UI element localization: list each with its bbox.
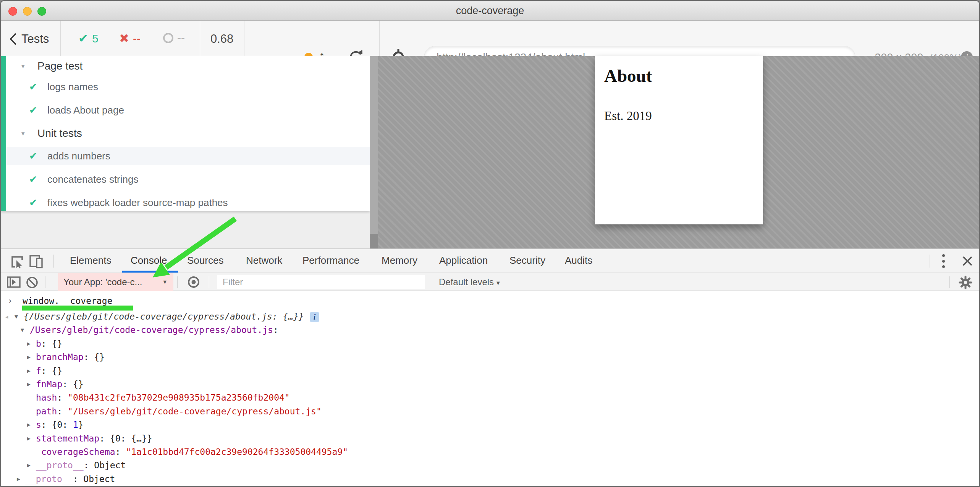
inspect-cursor-icon: [11, 255, 24, 268]
tab-console[interactable]: Console: [131, 255, 167, 266]
tab-elements[interactable]: Elements: [70, 255, 111, 266]
console-object-row: ▶s: {0: 1}: [1, 418, 979, 432]
test-item-row[interactable]: ✔fixes webpack loader source-map pathes: [6, 193, 370, 212]
console-text-segment: /Users/gleb/git/code-coverage/cypress/ab…: [30, 325, 273, 335]
back-to-tests-button[interactable]: Tests: [9, 31, 49, 47]
devtools-close-button[interactable]: [962, 255, 973, 268]
return-value-icon: ◂: [5, 310, 9, 323]
device-toolbar-button[interactable]: [29, 255, 44, 270]
tree-expander-open-icon[interactable]: ▼: [21, 323, 24, 337]
tree-expander-closed-icon[interactable]: ▶: [27, 378, 31, 391]
tab-performance[interactable]: Performance: [302, 255, 359, 266]
console-object-row: ▶fnMap: {}: [1, 378, 979, 391]
clear-console-button[interactable]: [26, 276, 38, 290]
tree-expander-closed-icon[interactable]: ▶: [17, 472, 20, 486]
failed-count: ✖ --: [119, 31, 141, 45]
console-sidebar-toggle[interactable]: [7, 276, 21, 289]
pending-circle-icon: [163, 33, 173, 43]
test-passed-check-icon: ✔: [29, 197, 47, 209]
test-section-header[interactable]: ▾Page test: [6, 57, 370, 75]
console-text-segment: :: [115, 447, 126, 457]
console-toolbar-separator: [949, 276, 950, 288]
x-icon: ✖: [119, 31, 129, 45]
tree-expander-open-icon[interactable]: ▼: [15, 310, 18, 323]
console-prompt-icon: ›: [8, 293, 13, 308]
tree-expander-closed-icon[interactable]: ▶: [27, 418, 31, 432]
test-list-panel: ▾Page test✔logs names✔loads About page▾U…: [1, 56, 370, 211]
console-text-segment: fnMap: [36, 379, 62, 389]
console-object-row: ▶__proto__: Object: [1, 459, 979, 472]
console-text-segment: : {}: [41, 366, 62, 376]
inspect-element-button[interactable]: [11, 255, 24, 270]
app-window: code-coverage Tests ✔ 5 ✖ -- -- 0.68 ↕: [0, 0, 980, 487]
test-item-label: logs names: [47, 81, 98, 93]
panel-divider-scrollbar[interactable]: [370, 56, 378, 249]
tree-expander-closed-icon[interactable]: ▶: [27, 337, 31, 351]
app-under-test: About Est. 2019: [595, 56, 763, 224]
tab-sources[interactable]: Sources: [187, 255, 223, 266]
test-duration: 0.68: [210, 32, 233, 46]
console-object-row: _coverageSchema: "1a1c01bbd47fc00a2c39e9…: [1, 445, 979, 459]
console-settings-button[interactable]: [959, 276, 972, 291]
tab-audits[interactable]: Audits: [565, 255, 592, 266]
test-item-row[interactable]: ✔logs names: [6, 78, 370, 96]
collapse-triangle-icon: ▾: [21, 130, 37, 138]
test-item-row[interactable]: ✔adds numbers: [6, 147, 370, 165]
passed-value: 5: [92, 32, 99, 45]
console-object-row: ▶b: {}: [1, 337, 979, 351]
object-info-badge[interactable]: i: [310, 312, 319, 322]
eye-icon: [187, 276, 200, 288]
tree-expander-closed-icon[interactable]: ▶: [27, 432, 31, 445]
tree-expander-closed-icon[interactable]: ▶: [27, 459, 31, 472]
app-preview-pane: About Est. 2019: [378, 56, 980, 249]
test-item-row[interactable]: ✔loads About page: [6, 101, 370, 119]
log-levels-dropdown[interactable]: Default levels ▾: [439, 277, 500, 287]
test-passed-check-icon: ✔: [29, 81, 47, 93]
pass-indicator-bar: [1, 56, 6, 211]
console-command-row: ›window.__coverage__: [1, 293, 979, 310]
sidebar-panel-icon: [7, 276, 21, 288]
test-section-header[interactable]: ▾Unit tests: [6, 124, 370, 143]
console-object-row: ▶__proto__: Object: [1, 472, 979, 486]
tree-expander-closed-icon[interactable]: ▶: [27, 364, 31, 378]
devtools-panel: ElementsConsoleSourcesNetworkPerformance…: [1, 248, 979, 487]
check-icon: ✔: [78, 31, 88, 45]
section-label: Page test: [37, 60, 82, 72]
clear-circle-slash-icon: [26, 276, 38, 289]
test-item-row[interactable]: ✔concatenates strings: [6, 170, 370, 188]
tab-application[interactable]: Application: [439, 255, 488, 266]
live-expression-button[interactable]: [187, 276, 200, 290]
console-text-segment: : {}: [41, 339, 62, 349]
tabbar-separator: [930, 255, 930, 268]
tab-security[interactable]: Security: [509, 255, 545, 266]
tab-memory[interactable]: Memory: [382, 255, 417, 266]
console-object-row: ▶branchMap: {}: [1, 351, 979, 364]
tab-network[interactable]: Network: [246, 255, 282, 266]
test-passed-check-icon: ✔: [29, 104, 47, 116]
console-text-segment: : {}: [84, 352, 105, 362]
devtools-menu-button[interactable]: [940, 254, 946, 268]
tree-expander-closed-icon[interactable]: ▶: [27, 351, 31, 364]
gear-icon: [959, 276, 972, 289]
console-object-row: hash: "08b431c2fe7b37029e908935b175a2356…: [1, 391, 979, 404]
console-text-segment: : {0:: [41, 420, 73, 430]
test-item-label: concatenates strings: [47, 174, 138, 185]
console-filter-input[interactable]: [217, 275, 425, 289]
console-text-segment: window.__coverage__: [23, 296, 123, 306]
console-text-segment: : {}: [62, 379, 83, 389]
test-item-label: fixes webpack loader source-map pathes: [47, 197, 228, 209]
console-text-segment: :: [273, 325, 278, 335]
close-icon: [962, 255, 973, 267]
console-toolbar-separator: [177, 276, 178, 288]
scrollbar-thumb[interactable]: [370, 234, 378, 249]
console-text-segment: __proto__: [36, 460, 84, 470]
console-text-segment: }: [78, 420, 84, 430]
toolbar-separator: [244, 21, 244, 56]
console-text-segment: hash: [36, 393, 57, 403]
chevron-left-icon: [9, 33, 17, 45]
test-item-label: loads About page: [47, 104, 124, 116]
execution-context-selector[interactable]: Your App: 'code-c... ▾: [58, 273, 173, 291]
console-text-segment: "08b431c2fe7b37029e908935b175a23560fb200…: [68, 393, 290, 403]
chevron-down-icon: ▾: [163, 273, 167, 291]
console-text-segment: {/Users/gleb/git/code-coverage/cypress/a…: [24, 312, 304, 321]
